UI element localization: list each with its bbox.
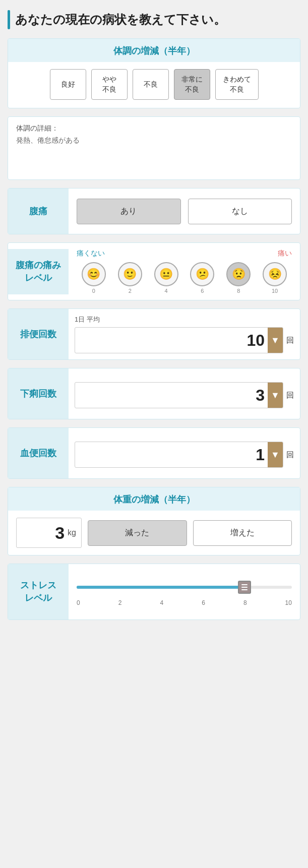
face-item-4[interactable]: 😟8	[221, 262, 256, 294]
bowel-value: 10	[75, 331, 268, 350]
diarrhea-value: 3	[75, 386, 268, 405]
face-circle-5: 😣	[263, 262, 287, 286]
stress-tick-2: 4	[160, 599, 163, 606]
abdominal-label: 腹痛	[8, 189, 69, 234]
blood-spinner[interactable]: ▼	[268, 442, 283, 468]
pain-level-content: 痛くない 痛い 😊0🙂2😐4😕6😟8😣10	[69, 243, 300, 300]
face-item-5[interactable]: 😣10	[258, 262, 292, 294]
bowel-label: 排便回数	[8, 309, 69, 359]
abdominal-buttons: ありなし	[77, 199, 292, 224]
condition-option-0[interactable]: 良好	[50, 69, 86, 100]
diarrhea-input-row: 3 ▼ 回	[75, 382, 294, 408]
bowel-unit: 回	[286, 336, 294, 345]
face-num-4: 8	[237, 288, 240, 294]
blood-content: 1 ▼ 回	[69, 433, 300, 473]
face-row: 😊0🙂2😐4😕6😟8😣10	[77, 262, 292, 294]
stress-slider-labels: 0246810	[77, 599, 292, 606]
abdominal-option-0[interactable]: あり	[77, 199, 181, 224]
stress-slider-thumb[interactable]	[238, 581, 251, 594]
stress-thumb-line-2	[241, 587, 248, 588]
face-num-3: 6	[201, 288, 204, 294]
pain-level-card: 腹痛の痛み レベル 痛くない 痛い 😊0🙂2😐4😕6😟8😣10	[8, 242, 300, 300]
face-num-2: 4	[165, 288, 168, 294]
page-title-container: あなたの現在の病状を教えて下さい。	[8, 10, 300, 29]
diarrhea-label: 下痢回数	[8, 368, 69, 419]
condition-card: 体調の増減（半年） 良好やや 不良不良非常に 不良きわめて 不良	[8, 38, 300, 108]
diarrhea-input-box: 3 ▼	[75, 382, 283, 408]
blood-value: 1	[75, 446, 268, 464]
blood-card: 血便回数 1 ▼ 回	[8, 427, 300, 479]
face-circle-3: 😕	[190, 262, 214, 286]
weight-unit: kg	[68, 528, 76, 537]
pain-level-label: 腹痛の痛み レベル	[8, 249, 69, 294]
diarrhea-spinner-arrow: ▼	[271, 390, 280, 401]
condition-option-1[interactable]: やや 不良	[91, 69, 128, 100]
stress-slider-track	[77, 586, 292, 589]
stress-tick-1: 2	[118, 599, 122, 606]
face-circle-1: 🙂	[118, 262, 142, 286]
pain-label-pain: 痛い	[278, 249, 292, 258]
blood-spinner-arrow: ▼	[271, 450, 280, 460]
face-item-1[interactable]: 🙂2	[113, 262, 147, 294]
stress-tick-5: 10	[285, 599, 292, 606]
abdominal-option-1[interactable]: なし	[188, 199, 292, 224]
page-title: あなたの現在の病状を教えて下さい。	[15, 12, 226, 28]
weight-input-box: 3 kg	[16, 518, 82, 548]
stress-slider-wrapper[interactable]	[77, 577, 292, 597]
detail-textarea[interactable]	[16, 136, 292, 171]
bowel-content: 1日 平均 10 ▼ 回	[69, 310, 300, 358]
blood-label: 血便回数	[8, 428, 69, 478]
bowel-input-row: 10 ▼ 回	[75, 327, 294, 353]
blood-unit: 回	[286, 450, 294, 460]
detail-label: 体調の詳細：	[16, 124, 292, 133]
diarrhea-content: 3 ▼ 回	[69, 374, 300, 413]
title-accent-bar	[8, 10, 10, 29]
condition-options-row: 良好やや 不良不良非常に 不良きわめて 不良	[8, 62, 300, 108]
blood-input-row: 1 ▼ 回	[75, 442, 294, 468]
face-num-0: 0	[92, 288, 95, 294]
face-item-3[interactable]: 😕6	[185, 262, 219, 294]
weight-card: 体重の増減（半年） 3 kg 減った 増えた	[8, 487, 300, 555]
face-item-0[interactable]: 😊0	[77, 262, 111, 294]
condition-card-header: 体調の増減（半年）	[8, 39, 300, 62]
condition-option-4[interactable]: きわめて 不良	[215, 69, 259, 100]
detail-card: 体調の詳細：	[8, 116, 300, 180]
bowel-spinner-arrow: ▼	[271, 335, 280, 346]
face-circle-0: 😊	[82, 262, 106, 286]
stress-thumb-line-1	[241, 584, 248, 585]
stress-slider-fill	[77, 586, 244, 589]
weight-card-header: 体重の増減（半年）	[8, 487, 300, 511]
stress-label: ストレス レベル	[8, 564, 69, 619]
abdominal-content: ありなし	[69, 193, 300, 230]
stress-thumb-line-3	[241, 589, 248, 590]
diarrhea-unit: 回	[286, 391, 294, 400]
stress-card: ストレス レベル 0246810	[8, 564, 300, 620]
diarrhea-spinner[interactable]: ▼	[268, 382, 283, 408]
pain-level-header: 痛くない 痛い	[77, 249, 292, 258]
face-num-1: 2	[129, 288, 132, 294]
blood-input-box: 1 ▼	[75, 442, 283, 468]
face-item-2[interactable]: 😐4	[149, 262, 183, 294]
face-num-5: 10	[272, 288, 278, 294]
condition-option-3[interactable]: 非常に 不良	[174, 69, 210, 100]
weight-btn-decreased[interactable]: 減った	[88, 520, 187, 546]
diarrhea-card: 下痢回数 3 ▼ 回	[8, 368, 300, 419]
bowel-spinner[interactable]: ▼	[268, 327, 283, 353]
stress-tick-3: 6	[202, 599, 205, 606]
weight-value: 3	[55, 523, 65, 543]
stress-tick-4: 8	[243, 599, 247, 606]
weight-body: 3 kg 減った 増えた	[8, 511, 300, 555]
bowel-card: 排便回数 1日 平均 10 ▼ 回	[8, 308, 300, 360]
weight-btn-increased[interactable]: 増えた	[193, 520, 292, 546]
bowel-sublabel: 1日 平均	[75, 315, 294, 324]
stress-content: 0246810	[69, 569, 300, 614]
bowel-input-box: 10 ▼	[75, 327, 283, 353]
pain-label-no-pain: 痛くない	[77, 249, 105, 258]
condition-option-2[interactable]: 不良	[133, 69, 169, 100]
stress-thumb-lines	[241, 584, 248, 590]
face-circle-2: 😐	[154, 262, 178, 286]
abdominal-card: 腹痛 ありなし	[8, 188, 300, 234]
face-circle-4: 😟	[226, 262, 251, 286]
stress-tick-0: 0	[77, 599, 80, 606]
